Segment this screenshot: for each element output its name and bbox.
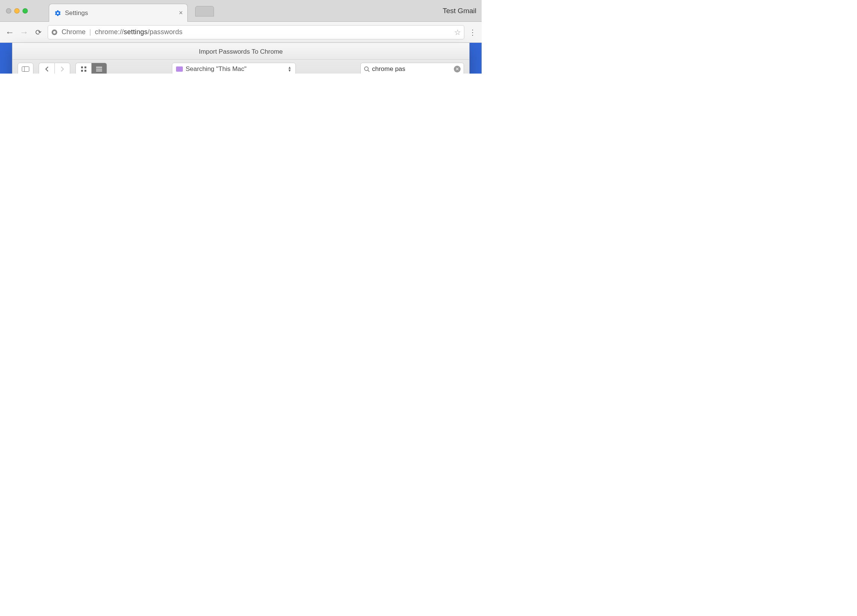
dialog-toolbar: Searching "This Mac" ▲▼ ✕: [12, 60, 469, 80]
svg-line-12: [368, 70, 370, 72]
svg-rect-2: [22, 67, 29, 72]
file-name-cell: Chrome Passwords (jeff@gmail).csv: [12, 122, 218, 130]
reload-button[interactable]: ⟳: [35, 28, 42, 37]
col-name-spacer[interactable]: [12, 107, 218, 118]
view-mode-group: [76, 63, 107, 76]
tab-title: Settings: [65, 9, 175, 17]
file-list: Chrome Passwords (jeff@gmail).csvToday a…: [12, 118, 469, 318]
svg-rect-7: [85, 70, 86, 72]
window-controls: [6, 8, 28, 14]
col-size[interactable]: Size: [342, 107, 405, 118]
url-scheme: chrome://: [95, 28, 124, 36]
sidebar-toggle-button[interactable]: [18, 63, 33, 76]
tab-close-button[interactable]: ×: [179, 9, 183, 17]
back-nav-button[interactable]: [39, 63, 54, 76]
list-view-button[interactable]: [91, 63, 107, 76]
location-label: Searching "This Mac": [186, 65, 247, 73]
file-row[interactable]: Chrome Passwords (jeff@gmail).csvToday a…: [12, 118, 469, 133]
window-minimize-button[interactable]: [14, 8, 20, 14]
omnibox-separator: |: [89, 28, 91, 36]
settings-gear-icon: [54, 10, 61, 17]
page-content: Import Passwords To Chrome: [0, 43, 482, 345]
icon-view-button[interactable]: [76, 63, 91, 76]
window-titlebar: Settings × Test Gmail: [0, 0, 482, 22]
file-kind: comma…values: [405, 122, 469, 130]
file-size: 204 bytes: [342, 122, 405, 130]
cancel-button[interactable]: Cancel: [376, 323, 418, 337]
stepper-arrows-icon: ▲▼: [288, 66, 292, 72]
new-tab-placeholder[interactable]: [195, 6, 214, 17]
add-criteria-button[interactable]: +: [453, 83, 465, 94]
file-name: Chrome Passwords (jeff@gmail).csv: [40, 122, 143, 130]
svg-rect-5: [85, 67, 86, 68]
file-open-dialog: Import Passwords To Chrome: [12, 42, 470, 343]
address-bar[interactable]: Chrome | chrome://settings/passwords ☆: [48, 25, 464, 39]
chrome-origin-icon: [51, 29, 58, 36]
back-button[interactable]: ←: [5, 27, 15, 37]
window-close-button[interactable]: [6, 8, 11, 14]
location-popup[interactable]: Searching "This Mac" ▲▼: [172, 63, 296, 76]
nav-history-group: [39, 63, 70, 76]
save-search-button[interactable]: Save: [429, 83, 450, 94]
search-scope-bar: Search: This Mac "Desktop" Save +: [12, 80, 469, 96]
open-button[interactable]: Open: [422, 323, 463, 337]
url-path: chrome://settings/passwords: [95, 28, 183, 36]
file-icon: [29, 122, 36, 130]
scope-this-mac[interactable]: This Mac: [45, 84, 73, 92]
window-zoom-button[interactable]: [23, 8, 28, 14]
svg-rect-4: [81, 67, 83, 68]
search-icon: [364, 66, 370, 72]
svg-rect-6: [81, 70, 83, 72]
forward-button[interactable]: →: [19, 27, 29, 37]
col-kind[interactable]: Kind: [405, 107, 469, 118]
file-date: Today at 02:24: [218, 122, 342, 130]
browser-tab-active[interactable]: Settings ×: [49, 4, 188, 22]
clear-search-button[interactable]: ✕: [454, 66, 461, 73]
url-bold: settings: [124, 28, 148, 36]
folder-icon: [176, 67, 183, 72]
search-input[interactable]: [372, 65, 452, 73]
svg-point-11: [365, 67, 368, 71]
search-field[interactable]: ✕: [360, 63, 464, 76]
settings-card-bg: [24, 74, 470, 345]
scope-label: Search:: [17, 84, 40, 92]
dialog-footer: Options Cancel Open: [12, 318, 469, 342]
browser-toolbar: ← → ⟳ Chrome | chrome://settings/passwor…: [0, 22, 482, 43]
col-date[interactable]: Date Modified: [218, 107, 342, 118]
results-group-header: Earlier: [12, 96, 469, 107]
dialog-title: Import Passwords To Chrome: [12, 43, 469, 60]
scope-desktop[interactable]: "Desktop": [78, 84, 117, 93]
origin-label: Chrome: [62, 28, 86, 36]
options-button[interactable]: Options: [19, 323, 60, 337]
bookmark-star-icon[interactable]: ☆: [454, 28, 461, 37]
svg-point-1: [53, 31, 56, 33]
chrome-menu-button[interactable]: ⋮: [468, 28, 477, 37]
forward-nav-button[interactable]: [54, 63, 70, 76]
column-headers: Date Modified Size Kind: [12, 107, 469, 118]
profile-menu-name[interactable]: Test Gmail: [442, 7, 476, 15]
url-rest: /passwords: [147, 28, 183, 36]
